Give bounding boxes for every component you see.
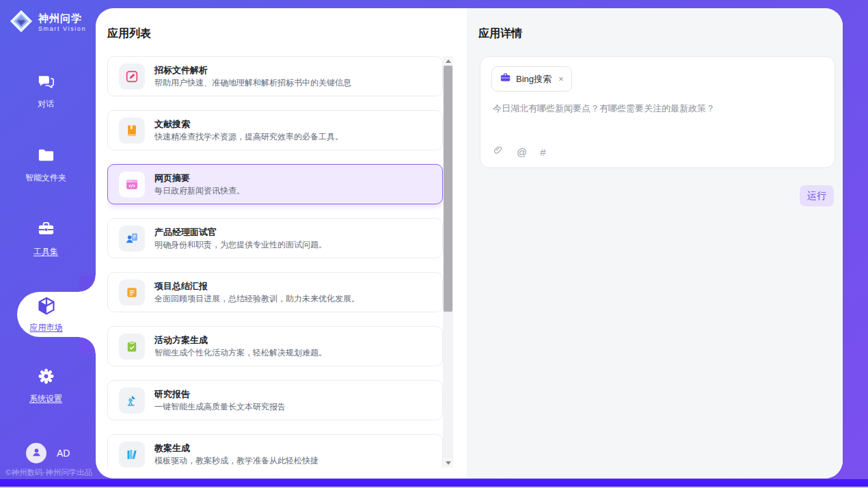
gear-icon xyxy=(37,367,55,388)
bottom-bar xyxy=(0,479,868,488)
app-card-name: 文献搜索 xyxy=(154,120,343,128)
app-card-name: 研究报告 xyxy=(154,390,286,398)
app-list: 招标文件解析 帮助用户快速、准确地理解和解析招标书中的关键信息 文献搜索 快速精… xyxy=(107,56,443,467)
app-card-literature-search[interactable]: 文献搜索 快速精准查找学术资源，提高研究效率的必备工具。 xyxy=(107,110,443,150)
book-icon xyxy=(119,118,145,144)
app-card-webpage-summary[interactable]: 网页摘要 每日政府新闻资讯快查。 xyxy=(107,164,443,204)
research-icon xyxy=(119,388,145,414)
pen-square-icon xyxy=(119,64,145,90)
app-card-desc: 一键智能生成高质量长文本研究报告 xyxy=(154,403,286,411)
webpage-code-icon xyxy=(119,172,145,198)
app-card-desc: 模板驱动，教案秒成，教学准备从此轻松快捷 xyxy=(154,457,318,465)
app-window: 神州问学 Smart Vision 对话 智能文件夹 xyxy=(0,0,868,488)
app-card-desc: 全面回顾项目进展，总结经验教训，助力未来优化发展。 xyxy=(154,295,360,303)
tool-chip-label: Bing搜索 xyxy=(516,73,552,85)
at-icon[interactable]: @ xyxy=(517,146,527,158)
scrollbar-thumb[interactable] xyxy=(444,66,452,312)
app-card-name: 教案生成 xyxy=(154,444,318,452)
app-card-desc: 快速精准查找学术资源，提高研究效率的必备工具。 xyxy=(154,133,343,141)
sidebar-item-label: 应用市场 xyxy=(30,322,63,334)
sidebar-item-smart-folder[interactable]: 智能文件夹 xyxy=(0,146,92,184)
app-card-name: 项目总结汇报 xyxy=(154,282,360,290)
scroll-up-button[interactable] xyxy=(443,56,453,66)
app-list-scrollbar[interactable] xyxy=(443,56,453,467)
app-card-desc: 每日政府新闻资讯快查。 xyxy=(154,187,245,195)
folder-icon xyxy=(37,146,55,167)
app-detail-title: 应用详情 xyxy=(478,27,522,41)
toolbox-icon xyxy=(37,220,55,241)
prompt-text[interactable]: 今日湖北有哪些新闻要点？有哪些需要关注的最新政策？ xyxy=(493,102,822,116)
scroll-up-icon xyxy=(446,59,451,63)
app-card-desc: 明确身份和职责，为您提供专业性的面试问题。 xyxy=(154,241,327,249)
cube-icon xyxy=(36,296,57,319)
briefcase-icon xyxy=(500,72,511,86)
scroll-down-button[interactable] xyxy=(443,458,453,467)
sidebar-item-label: 系统设置 xyxy=(29,393,62,405)
app-card-name: 产品经理面试官 xyxy=(154,228,327,236)
app-card-bid-doc[interactable]: 招标文件解析 帮助用户快速、准确地理解和解析招标书中的关键信息 xyxy=(107,56,443,96)
scroll-down-icon xyxy=(446,461,451,465)
app-card-name: 活动方案生成 xyxy=(154,336,327,344)
sidebar-item-chat[interactable]: 对话 xyxy=(0,72,92,110)
app-card-event-plan[interactable]: 活动方案生成 智能生成个性化活动方案，轻松解决规划难题。 xyxy=(107,326,443,366)
brand-logo: 神州问学 Smart Vision xyxy=(9,9,86,36)
app-card-desc: 帮助用户快速、准确地理解和解析招标书中的关键信息 xyxy=(154,79,351,87)
clipboard-check-icon xyxy=(119,334,145,360)
chat-icon xyxy=(37,72,55,94)
report-note-icon xyxy=(119,280,145,306)
app-card-research-report[interactable]: 研究报告 一键智能生成高质量长文本研究报告 xyxy=(107,380,443,420)
sidebar-item-label: 对话 xyxy=(38,98,54,110)
app-card-desc: 智能生成个性化活动方案，轻松解决规划难题。 xyxy=(154,349,327,357)
prompt-card: Bing搜索 × 今日湖北有哪些新闻要点？有哪些需要关注的最新政策？ @ # xyxy=(480,56,835,168)
app-list-title: 应用列表 xyxy=(107,27,151,41)
app-card-lesson-plan[interactable]: 教案生成 模板驱动，教案秒成，教学准备从此轻松快捷 xyxy=(107,434,443,467)
app-card-name: 招标文件解析 xyxy=(154,66,351,74)
user-account[interactable]: AD xyxy=(26,443,70,463)
user-initials: AD xyxy=(57,448,70,459)
gem-diamond-icon xyxy=(9,9,33,36)
sidebar-footer: ©神州数码·神州问学出品 xyxy=(5,467,92,478)
person-icon xyxy=(31,446,42,461)
attachment-toolbar: @ # xyxy=(493,145,546,159)
avatar xyxy=(26,443,46,463)
app-card-project-summary[interactable]: 项目总结汇报 全面回顾项目进展，总结经验教训，助力未来优化发展。 xyxy=(107,272,443,312)
sidebar-item-label: 智能文件夹 xyxy=(25,172,66,184)
main-content: 应用列表 招标文件解析 帮助用户快速、准确地理解和解析招标书中的关键信息 xyxy=(96,8,843,478)
brand-subtitle: Smart Vision xyxy=(38,25,86,32)
app-card-name: 网页摘要 xyxy=(154,174,245,182)
sidebar-item-settings[interactable]: 系统设置 xyxy=(0,367,92,405)
hash-icon[interactable]: # xyxy=(540,146,545,158)
paperclip-icon[interactable] xyxy=(493,145,504,159)
sidebar-item-toolset[interactable]: 工具集 xyxy=(0,220,92,258)
bubble-curve-bottom xyxy=(79,337,96,353)
brand-name: 神州问学 xyxy=(38,13,86,25)
tool-chip-bing-search[interactable]: Bing搜索 × xyxy=(491,66,572,92)
books-icon xyxy=(119,442,145,467)
interviewer-icon xyxy=(119,226,145,252)
sidebar-item-app-market[interactable]: 应用市场 xyxy=(17,292,96,337)
sidebar-item-label: 工具集 xyxy=(33,246,58,258)
bubble-curve-top xyxy=(79,275,96,292)
sidebar: 神州问学 Smart Vision 对话 智能文件夹 xyxy=(0,0,96,488)
app-detail-panel: 应用详情 Bing搜索 × 今日湖北有哪些新闻要点？有哪些需要关注的最新政策？ xyxy=(467,8,843,478)
app-card-pm-interviewer[interactable]: 产品经理面试官 明确身份和职责，为您提供专业性的面试问题。 xyxy=(107,218,443,258)
run-button[interactable]: 运行 xyxy=(800,185,834,206)
chip-close-icon[interactable]: × xyxy=(558,74,564,84)
